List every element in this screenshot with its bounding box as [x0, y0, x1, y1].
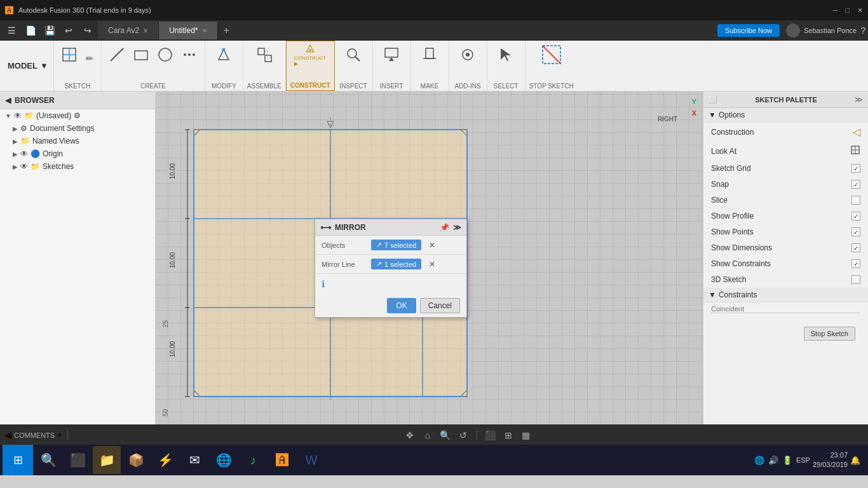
status-collapse-icon[interactable]: ◀ — [5, 430, 11, 440]
sketchgrid-checkbox[interactable] — [851, 164, 860, 173]
assemble-btn[interactable] — [253, 43, 276, 66]
app-menu-btn[interactable]: ☰ — [3, 22, 20, 39]
taskbar-dropbox-btn[interactable]: 📦 — [122, 446, 150, 474]
taskbar-clock[interactable]: 23:07 29/03/2019 — [813, 451, 848, 470]
tab-cara[interactable]: Cara Av2 ✕ — [98, 22, 159, 39]
namedviews-caret[interactable]: ▶ — [13, 138, 18, 145]
add-comment-icon[interactable]: + — [57, 430, 62, 440]
mirror-line-badge[interactable]: ↗ 1 selected — [371, 259, 421, 269]
zoom-icon[interactable]: 🔍 — [438, 428, 452, 442]
stop-sketch-ribbon-btn[interactable] — [540, 43, 563, 66]
inspect-btn[interactable] — [342, 43, 365, 66]
taskbar-explorer-btn[interactable]: 📁 — [93, 446, 121, 474]
canvas-area[interactable]: 25 50 10.00 10.00 10.00 — [156, 92, 703, 424]
showdimensions-label: Show Dimensions — [711, 243, 772, 252]
mirror-pin-icon[interactable]: 📌 — [440, 223, 449, 232]
create-rect-btn[interactable] — [130, 43, 153, 66]
model-dropdown[interactable]: MODEL ▼ — [3, 41, 54, 91]
options-section-header[interactable]: ▼ Options — [703, 108, 868, 123]
unsaved-caret[interactable]: ▼ — [5, 112, 11, 119]
save-btn[interactable]: 💾 — [41, 22, 58, 39]
create-more-btn[interactable] — [178, 43, 201, 66]
make-btn[interactable] — [418, 43, 441, 66]
snap-checkbox[interactable] — [851, 180, 860, 189]
docsettings-caret[interactable]: ▶ — [13, 125, 18, 132]
network-icon[interactable]: 🌐 — [754, 456, 764, 465]
browser-item-namedviews[interactable]: ▶ 📁 Named Views — [0, 135, 155, 147]
create-line-btn[interactable] — [105, 43, 128, 66]
minimize-btn[interactable]: ─ — [833, 6, 838, 15]
redo-btn[interactable]: ↪ — [79, 22, 97, 39]
view-cube[interactable]: Y X RIGHT — [652, 98, 696, 142]
mirror-ok-btn[interactable]: OK — [387, 298, 416, 313]
taskbar-mail-btn[interactable]: ✉ — [180, 446, 208, 474]
constraints-header[interactable]: ▼ Constraints — [703, 288, 868, 302]
tab-cara-close[interactable]: ✕ — [143, 27, 148, 34]
addins-btn[interactable] — [456, 43, 479, 66]
new-btn[interactable]: 📄 — [22, 22, 39, 39]
browser-item-docsettings[interactable]: ▶ ⚙ Document Settings — [0, 122, 155, 135]
home-icon[interactable]: ⌂ — [421, 428, 435, 442]
origin-vis-icon[interactable]: 👁 — [20, 149, 28, 158]
window-controls[interactable]: ─ □ ✕ — [833, 6, 863, 15]
mirror-expand-icon[interactable]: ≫ — [453, 223, 461, 232]
taskbar-taskview-btn[interactable]: ⬛ — [64, 446, 92, 474]
taskbar-search-btn[interactable]: 🔍 — [34, 446, 62, 474]
battery-icon[interactable]: 🔋 — [782, 456, 792, 465]
canvas-divider1 — [477, 430, 477, 440]
modify-btn[interactable] — [212, 43, 235, 66]
3dsketch-checkbox[interactable] — [851, 275, 860, 284]
display-mode-icon[interactable]: ⬛ — [484, 428, 498, 442]
palette-expand-btn[interactable]: ≫ — [855, 95, 863, 104]
start-button[interactable]: ⊞ — [3, 445, 33, 475]
unsaved-settings-icon[interactable]: ⚙ — [74, 111, 81, 120]
showdimensions-checkbox[interactable] — [851, 243, 860, 252]
select-btn[interactable] — [494, 43, 517, 66]
sketches-caret[interactable]: ▶ — [13, 163, 18, 170]
notification-icon[interactable]: 🔔 — [850, 456, 860, 465]
subscribe-button[interactable]: Subscribe Now — [717, 24, 780, 37]
pan-icon[interactable]: ✥ — [403, 428, 417, 442]
browser-item-origin[interactable]: ▶ 👁 🔵 Origin — [0, 147, 155, 160]
maximize-btn[interactable]: □ — [845, 6, 850, 15]
user-avatar[interactable] — [786, 24, 800, 37]
unsaved-vis-icon[interactable]: 👁 — [14, 111, 22, 120]
showconstraints-checkbox[interactable] — [851, 259, 860, 268]
taskbar-word-btn[interactable]: W — [297, 446, 325, 474]
mirror-cancel-btn[interactable]: Cancel — [420, 298, 460, 313]
browser-item-unsaved[interactable]: ▼ 👁 📁 (Unsaved) ⚙ — [0, 109, 155, 122]
insert-btn[interactable] — [380, 43, 403, 66]
taskbar-chrome-btn[interactable]: 🌐 — [210, 446, 238, 474]
showprofile-checkbox[interactable] — [851, 212, 860, 220]
taskbar-spotify-btn[interactable]: ♪ — [239, 446, 267, 474]
stop-sketch-panel-btn[interactable]: Stop Sketch — [804, 327, 855, 341]
help-btn[interactable]: ? — [860, 25, 865, 36]
orbit-icon[interactable]: ↺ — [456, 428, 470, 442]
tab-untitled[interactable]: Untitled* ✕ — [159, 22, 217, 39]
construct-btn[interactable]: ▶ CONSTRUCT ▶ — [299, 44, 322, 67]
sketches-vis-icon[interactable]: 👁 — [20, 162, 28, 171]
origin-caret[interactable]: ▶ — [13, 151, 18, 158]
undo-btn[interactable]: ↩ — [60, 22, 78, 39]
new-tab-btn[interactable]: + — [218, 22, 236, 39]
grid-icon[interactable]: ⊞ — [501, 428, 515, 442]
tab-untitled-close[interactable]: ✕ — [202, 27, 207, 34]
showpoints-checkbox[interactable] — [851, 227, 860, 236]
browser-collapse-icon[interactable]: ◀ — [5, 96, 11, 105]
slice-checkbox[interactable] — [851, 196, 860, 205]
volume-icon[interactable]: 🔊 — [768, 456, 778, 465]
create-circle-btn[interactable] — [154, 43, 177, 66]
taskbar-fusion-btn[interactable]: 🅰 — [268, 446, 296, 474]
more-icon[interactable]: ▦ — [519, 428, 533, 442]
coincident-input[interactable] — [711, 305, 860, 313]
sketch-create-btn[interactable] — [58, 43, 81, 66]
lookat-icon[interactable] — [850, 145, 860, 157]
browser-item-sketches[interactable]: ▶ 👁 📁 Sketches — [0, 160, 155, 173]
mirror-objects-badge[interactable]: ↗ 7 selected — [371, 240, 421, 250]
sketch-more-btn[interactable]: ✏ — [82, 51, 97, 66]
taskbar-script-btn[interactable]: ⚡ — [151, 446, 179, 474]
close-btn[interactable]: ✕ — [857, 6, 863, 15]
construction-icon[interactable]: ◁ — [853, 126, 860, 138]
mirror-objects-clear[interactable]: ✕ — [429, 241, 435, 250]
mirror-line-clear[interactable]: ✕ — [429, 260, 435, 269]
